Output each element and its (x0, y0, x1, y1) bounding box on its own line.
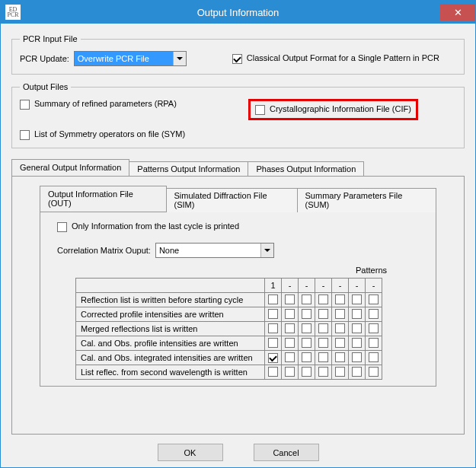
dialog-window: EDPCR Output Information ✕ PCR Input Fil… (0, 0, 476, 468)
checkbox-icon (302, 352, 311, 362)
checkbox-icon (335, 323, 345, 333)
checkbox-icon (369, 338, 379, 348)
close-button[interactable]: ✕ (440, 4, 475, 21)
row-label: Corrected profile intensities are writte… (76, 307, 265, 322)
pcr-update-label: PCR Update: (20, 54, 69, 63)
out-tab-page: Only Information from the last cycle is … (40, 212, 436, 387)
table-cell[interactable] (332, 322, 349, 336)
row-label: Reflection list is written before starti… (76, 293, 265, 307)
tab-phases[interactable]: Phases Output Information (248, 161, 364, 177)
table-cell[interactable] (265, 365, 282, 380)
checkbox-icon (335, 294, 345, 304)
ok-button[interactable]: OK (158, 444, 223, 461)
table-cell[interactable] (315, 293, 332, 307)
table-cell[interactable] (332, 307, 349, 322)
cif-checkbox[interactable]: Crystallographic Information File (CIF) (255, 104, 411, 115)
checkbox-icon (268, 294, 278, 304)
general-tab-page: Output Information File (OUT) Simulated … (11, 176, 465, 435)
table-cell[interactable] (349, 322, 366, 336)
table-cell[interactable] (349, 365, 366, 380)
output-files-legend: Output Files (20, 82, 71, 91)
table-cell[interactable] (282, 365, 299, 380)
checkbox-icon (352, 294, 362, 304)
table-cell[interactable] (265, 351, 282, 365)
patterns-table: 1 - - - - - - Reflection list is written… (75, 278, 382, 380)
table-col-header: 1 (265, 279, 282, 293)
table-cell[interactable] (265, 322, 282, 336)
checkbox-icon (369, 294, 379, 304)
table-cell[interactable] (282, 293, 299, 307)
checkbox-icon (255, 105, 265, 115)
table-cell[interactable] (349, 336, 366, 351)
titlebar: EDPCR Output Information ✕ (1, 1, 475, 24)
table-cell[interactable] (315, 351, 332, 365)
table-cell[interactable] (265, 307, 282, 322)
classical-output-checkbox[interactable]: Classical Output Format for a Single Pat… (232, 53, 439, 64)
table-cell[interactable] (282, 322, 299, 336)
sym-checkbox[interactable]: List of Symmetry operators on file (SYM) (20, 129, 185, 140)
correlation-dropdown[interactable]: None (155, 243, 274, 258)
table-cell[interactable] (349, 293, 366, 307)
table-cell[interactable] (265, 336, 282, 351)
table-cell[interactable] (315, 307, 332, 322)
dropdown-button[interactable] (173, 52, 186, 65)
app-icon: EDPCR (5, 5, 21, 20)
checkbox-icon (232, 54, 242, 64)
tab-sum[interactable]: Summary Parameters File (SUM) (297, 188, 436, 212)
table-cell[interactable] (282, 336, 299, 351)
table-cell[interactable] (315, 336, 332, 351)
table-cell[interactable] (299, 351, 315, 365)
table-cell[interactable] (299, 365, 315, 380)
table-cell[interactable] (366, 307, 382, 322)
window-title: Output Information (1, 7, 475, 18)
checkbox-icon (302, 309, 311, 319)
table-cell[interactable] (332, 351, 349, 365)
tab-out[interactable]: Output Information File (OUT) (40, 186, 167, 212)
checkbox-icon (352, 338, 362, 348)
table-cell[interactable] (349, 351, 366, 365)
table-cell[interactable] (349, 307, 366, 322)
table-cell[interactable] (265, 293, 282, 307)
table-cell[interactable] (299, 322, 315, 336)
tab-patterns[interactable]: Patterns Output Information (129, 161, 248, 177)
pcr-update-dropdown[interactable]: Overwrite PCR File (74, 51, 187, 66)
table-cell[interactable] (299, 336, 315, 351)
button-bar: OK Cancel (11, 444, 465, 461)
checkbox-icon (369, 367, 379, 377)
table-cell[interactable] (282, 307, 299, 322)
table-row: Merged reflections list is written (76, 322, 382, 336)
table-cell[interactable] (332, 365, 349, 380)
checkbox-icon (318, 294, 328, 304)
checkbox-icon (369, 352, 379, 362)
table-cell[interactable] (366, 293, 382, 307)
table-col-header: - (332, 279, 349, 293)
table-cell[interactable] (366, 336, 382, 351)
cancel-button[interactable]: Cancel (254, 444, 319, 461)
table-cell[interactable] (282, 351, 299, 365)
table-row: Cal. and Obs. integrated intensities are… (76, 351, 382, 365)
main-tabbar: General Output Information Patterns Outp… (11, 159, 465, 176)
table-col-header: - (315, 279, 332, 293)
table-cell[interactable] (315, 322, 332, 336)
table-cell[interactable] (332, 336, 349, 351)
checkbox-icon (285, 367, 295, 377)
table-cell[interactable] (366, 365, 382, 380)
summary-rpa-checkbox[interactable]: Summary of refined parameters (RPA) (20, 99, 248, 110)
table-cell[interactable] (299, 293, 315, 307)
sym-label: List of Symmetry operators on file (SYM) (34, 129, 185, 138)
table-col-header: - (299, 279, 315, 293)
table-cell[interactable] (299, 307, 315, 322)
chevron-down-icon (177, 57, 183, 60)
dropdown-button[interactable] (260, 244, 273, 257)
table-cell[interactable] (332, 293, 349, 307)
checkbox-icon (285, 338, 295, 348)
tab-general[interactable]: General Output Information (11, 159, 129, 176)
checkbox-icon (335, 309, 345, 319)
table-cell[interactable] (315, 365, 332, 380)
checkbox-icon (268, 309, 278, 319)
only-last-cycle-checkbox[interactable]: Only Information from the last cycle is … (57, 221, 239, 232)
cif-label: Crystallographic Information File (CIF) (270, 104, 411, 113)
table-cell[interactable] (366, 351, 382, 365)
tab-sim[interactable]: Simulated Diffraction File (SIM) (166, 188, 298, 212)
table-cell[interactable] (366, 322, 382, 336)
